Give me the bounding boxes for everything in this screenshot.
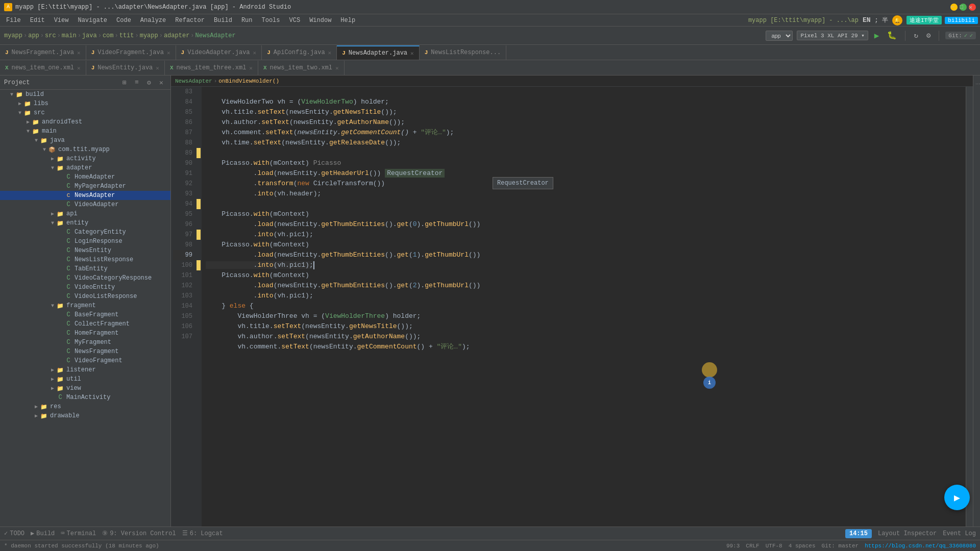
menu-refactor[interactable]: Refactor <box>171 16 209 25</box>
tree-item-categoryentity[interactable]: ▶ C CategoryEntity <box>0 228 170 237</box>
tree-item-src[interactable]: ▼ 📁 src <box>0 108 170 117</box>
tab-close-btn[interactable]: ✕ <box>167 49 170 56</box>
tree-item-api[interactable]: ▶ 📁 api <box>0 209 170 218</box>
bc-myapp[interactable]: myapp <box>4 32 22 39</box>
tree-item-videofragment[interactable]: ▶ C VideoFragment <box>0 356 170 365</box>
tab-close-btn[interactable]: ✕ <box>156 65 159 71</box>
tab-videoadapter[interactable]: J VideoAdapter.java ✕ <box>176 45 262 60</box>
tab-newslistresponse[interactable]: J NewsListResponse... <box>420 45 506 60</box>
tree-item-basefragment[interactable]: ▶ C BaseFragment <box>0 310 170 319</box>
tab-close-btn[interactable]: ✕ <box>335 65 339 71</box>
tree-item-myfragment[interactable]: ▶ C MyFragment <box>0 338 170 347</box>
bilibili-float-btn[interactable]: ▶ <box>944 485 970 510</box>
right-gutter[interactable] <box>966 87 973 527</box>
menu-run[interactable]: Run <box>237 16 257 25</box>
run-config-dropdown[interactable]: app <box>766 31 793 41</box>
tree-item-libs[interactable]: ▶ 📁 libs <box>0 99 170 108</box>
panel-toggle[interactable]: ⋮ <box>974 82 979 86</box>
tree-item-mypageradapter[interactable]: ▶ C MyPagerAdapter <box>0 182 170 191</box>
minimize-button[interactable]: ─ <box>950 4 958 11</box>
tab-close-btn[interactable]: ✕ <box>328 49 332 56</box>
tree-item-loginresponse[interactable]: ▶ C LoginResponse <box>0 237 170 246</box>
tree-item-newsentity[interactable]: ▶ C NewsEntity <box>0 246 170 255</box>
logcat-tool[interactable]: ☰ 6: Logcat <box>182 530 223 537</box>
menu-analyze[interactable]: Analyze <box>136 16 170 25</box>
tab-newsentity[interactable]: J NewsEntity.java ✕ <box>86 61 165 75</box>
tree-item-newsfragment[interactable]: ▶ C NewsFragment <box>0 347 170 356</box>
bc-java[interactable]: java <box>82 32 97 39</box>
tab-close-btn[interactable]: ✕ <box>77 49 81 56</box>
tree-item-adapter[interactable]: ▼ 📁 adapter <box>0 163 170 172</box>
tree-item-androidtest[interactable]: ▶ 📁 androidTest <box>0 117 170 127</box>
event-log-tool[interactable]: Event Log <box>943 530 976 537</box>
menu-vcs[interactable]: VCS <box>285 16 305 25</box>
tree-item-videolistresponse[interactable]: ▶ C VideoListResponse <box>0 292 170 301</box>
tree-item-newslistresponse[interactable]: ▶ C NewsListResponse <box>0 255 170 264</box>
tab-news-item-three[interactable]: X news_item_three.xml ✕ <box>165 61 258 75</box>
tree-item-res[interactable]: ▶ 📁 res <box>0 402 170 411</box>
bc-method-bottom[interactable]: onBindViewHolder() <box>218 78 279 84</box>
todo-tool[interactable]: ✓ TODO <box>4 530 24 537</box>
settings-button[interactable]: ⚙ <box>924 30 933 41</box>
tree-item-homeadapter[interactable]: ▶ C HomeAdapter <box>0 172 170 182</box>
tab-close-btn[interactable]: ✕ <box>77 65 81 71</box>
tree-item-mainactivity[interactable]: ▶ C MainActivity <box>0 393 170 402</box>
bc-com[interactable]: com <box>103 32 114 39</box>
device-dropdown[interactable]: Pixel 3 XL API 29 ▾ <box>797 31 868 40</box>
tree-item-util[interactable]: ▶ 📁 util <box>0 374 170 384</box>
bilibili-link[interactable]: https://blog.csdn.net/qq_33608080 <box>865 543 976 549</box>
tree-item-build[interactable]: ▼ 📁 build <box>0 90 170 99</box>
layout-inspector-tool[interactable]: Layout Inspector <box>878 530 937 537</box>
tab-videofragment[interactable]: J VideoFragment.java ✕ <box>86 45 176 60</box>
menu-build[interactable]: Build <box>210 16 236 25</box>
vcs-tool[interactable]: ⑨ 9: Version Control <box>102 530 176 537</box>
encoding[interactable]: UTF-8 <box>766 543 782 549</box>
tree-item-videoadapter[interactable]: ▶ C VideoAdapter <box>0 200 170 209</box>
menu-code[interactable]: Code <box>112 16 135 25</box>
build-tool[interactable]: ▶ Build <box>31 530 55 537</box>
tree-item-drawable[interactable]: ▶ 📁 drawable <box>0 411 170 420</box>
code-area[interactable]: 83 84 85 86 87 88 89 90 91 92 93 94 95 9… <box>171 87 973 527</box>
tab-newsadapter[interactable]: J NewsAdapter.java ✕ <box>337 45 419 60</box>
debug-button[interactable]: 🐛 <box>885 31 899 40</box>
tree-item-newsadapter[interactable]: ▶ C NewsAdapter <box>0 191 170 200</box>
tab-close-btn[interactable]: ✕ <box>253 49 257 56</box>
close-sidebar-btn[interactable]: ✕ <box>156 78 166 88</box>
tree-item-fragment[interactable]: ▼ 📁 fragment <box>0 301 170 310</box>
terminal-tool[interactable]: ⌨ Terminal <box>61 530 96 537</box>
line-ending[interactable]: CRLF <box>746 543 759 549</box>
tab-news-item-two[interactable]: X news_item_two.xml ✕ <box>258 61 345 75</box>
tree-item-listener[interactable]: ▶ 📁 listener <box>0 365 170 374</box>
collapse-btn[interactable]: ≡ <box>132 78 142 88</box>
cursor-position[interactable]: 99:3 <box>726 543 740 549</box>
bc-app[interactable]: app <box>28 32 39 39</box>
tree-item-main[interactable]: ▼ 📁 main <box>0 127 170 136</box>
menu-edit[interactable]: Edit <box>26 16 49 25</box>
indent[interactable]: 4 spaces <box>789 543 816 549</box>
menu-tools[interactable]: Tools <box>258 16 284 25</box>
tree-item-collectfragment[interactable]: ▶ C CollectFragment <box>0 319 170 329</box>
menu-file[interactable]: File <box>2 16 25 25</box>
tree-item-package[interactable]: ▼ 📦 com.ttit.myapp <box>0 145 170 154</box>
bc-ttit[interactable]: ttit <box>119 32 134 39</box>
tree-item-view[interactable]: ▶ 📁 view <box>0 384 170 393</box>
tab-apiconfig[interactable]: J ApiConfig.java ✕ <box>262 45 337 60</box>
tab-close-btn[interactable]: ✕ <box>410 50 414 57</box>
sync-tree-btn[interactable]: ⊞ <box>119 78 130 88</box>
run-button[interactable]: ▶ <box>872 31 881 41</box>
bc-newsadapter[interactable]: NewsAdapter <box>195 32 236 39</box>
sync-button[interactable]: ↻ <box>912 30 920 41</box>
tree-item-activity[interactable]: ▶ 📁 activity <box>0 154 170 163</box>
close-button[interactable]: ✕ <box>969 4 976 11</box>
tab-newsfragment[interactable]: J NewsFragment.java ✕ <box>0 45 86 60</box>
bc-main[interactable]: main <box>62 32 77 39</box>
tree-item-entity[interactable]: ▼ 📁 entity <box>0 218 170 228</box>
maximize-button[interactable]: □ <box>960 4 967 11</box>
tree-item-tabentity[interactable]: ▶ C TabEntity <box>0 264 170 273</box>
menu-help[interactable]: Help <box>336 16 359 25</box>
tree-item-homefragment[interactable]: ▶ C HomeFragment <box>0 329 170 338</box>
menu-window[interactable]: Window <box>305 16 335 25</box>
tree-item-java[interactable]: ▼ 📁 java <box>0 136 170 145</box>
tree-settings-btn[interactable]: ⚙ <box>144 78 154 88</box>
menu-navigate[interactable]: Navigate <box>74 16 111 25</box>
